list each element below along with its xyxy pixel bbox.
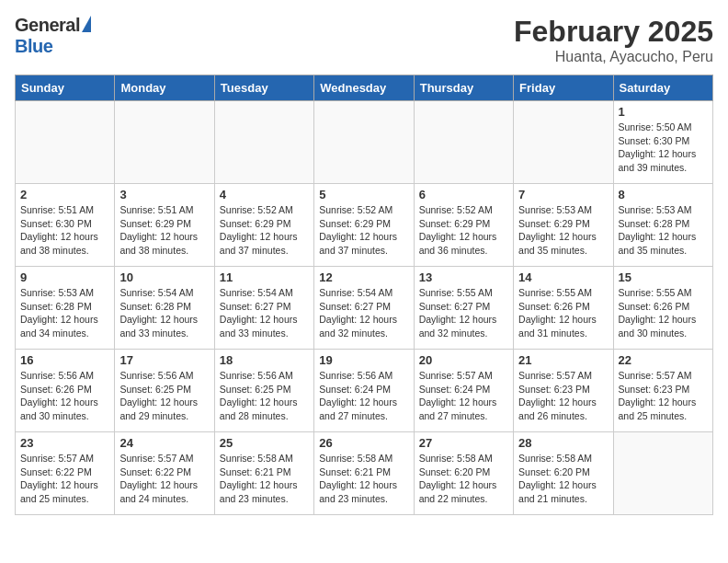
cell-text: Sunrise: 5:55 AM Sunset: 6:26 PM Dayligh… (518, 286, 608, 340)
day-number: 10 (119, 270, 209, 284)
cell-text: Sunrise: 5:54 AM Sunset: 6:27 PM Dayligh… (319, 286, 408, 340)
cell-text: Sunrise: 5:57 AM Sunset: 6:22 PM Dayligh… (119, 452, 209, 506)
cal-cell-1-1 (16, 101, 115, 184)
day-number: 6 (419, 188, 508, 201)
cell-text: Sunrise: 5:52 AM Sunset: 6:29 PM Dayligh… (220, 203, 309, 258)
day-number: 19 (319, 353, 408, 367)
day-number: 18 (220, 353, 309, 367)
cell-text: Sunrise: 5:51 AM Sunset: 6:29 PM Dayligh… (119, 203, 209, 258)
cal-cell-2-2: 3Sunrise: 5:51 AM Sunset: 6:29 PM Daylig… (115, 184, 214, 267)
day-number: 15 (619, 270, 708, 284)
cal-cell-2-1: 2Sunrise: 5:51 AM Sunset: 6:30 PM Daylig… (16, 184, 115, 267)
header: General Blue February 2025 Huanta, Ayacu… (15, 15, 713, 65)
cal-cell-3-1: 9Sunrise: 5:53 AM Sunset: 6:28 PM Daylig… (16, 267, 115, 350)
cell-text: Sunrise: 5:52 AM Sunset: 6:29 PM Dayligh… (319, 203, 408, 258)
cal-cell-2-5: 6Sunrise: 5:52 AM Sunset: 6:29 PM Daylig… (414, 184, 513, 267)
cell-text: Sunrise: 5:55 AM Sunset: 6:26 PM Dayligh… (619, 286, 708, 340)
cell-text: Sunrise: 5:56 AM Sunset: 6:25 PM Dayligh… (119, 369, 209, 423)
day-number: 4 (220, 188, 309, 201)
calendar-body: 1Sunrise: 5:50 AM Sunset: 6:30 PM Daylig… (16, 101, 713, 515)
day-number: 1 (619, 105, 708, 119)
cal-cell-1-4 (314, 101, 414, 184)
cell-text: Sunrise: 5:56 AM Sunset: 6:25 PM Dayligh… (220, 369, 309, 423)
cal-cell-1-5 (414, 101, 513, 184)
cal-cell-3-2: 10Sunrise: 5:54 AM Sunset: 6:28 PM Dayli… (115, 267, 214, 350)
day-number: 7 (518, 188, 608, 201)
cal-cell-1-3 (214, 101, 313, 184)
cell-text: Sunrise: 5:57 AM Sunset: 6:23 PM Dayligh… (518, 369, 608, 423)
day-header-monday: Monday (115, 75, 214, 101)
cal-cell-5-6: 28Sunrise: 5:58 AM Sunset: 6:20 PM Dayli… (514, 432, 613, 515)
week-row-5: 23Sunrise: 5:57 AM Sunset: 6:22 PM Dayli… (16, 432, 713, 515)
day-header-saturday: Saturday (613, 75, 712, 101)
day-number: 16 (20, 353, 109, 367)
cell-text: Sunrise: 5:58 AM Sunset: 6:21 PM Dayligh… (220, 452, 309, 506)
day-number: 8 (619, 188, 708, 201)
week-row-2: 2Sunrise: 5:51 AM Sunset: 6:30 PM Daylig… (16, 184, 713, 267)
logo: General Blue (15, 15, 91, 57)
cal-cell-2-3: 4Sunrise: 5:52 AM Sunset: 6:29 PM Daylig… (214, 184, 313, 267)
cal-cell-3-4: 12Sunrise: 5:54 AM Sunset: 6:27 PM Dayli… (314, 267, 414, 350)
cell-text: Sunrise: 5:56 AM Sunset: 6:26 PM Dayligh… (20, 369, 109, 423)
logo-general: General (15, 15, 80, 36)
day-number: 2 (20, 188, 109, 201)
cal-cell-3-7: 15Sunrise: 5:55 AM Sunset: 6:26 PM Dayli… (613, 267, 712, 350)
day-number: 12 (319, 270, 408, 284)
day-header-friday: Friday (514, 75, 613, 101)
cal-cell-1-7: 1Sunrise: 5:50 AM Sunset: 6:30 PM Daylig… (613, 101, 712, 184)
cal-cell-2-7: 8Sunrise: 5:53 AM Sunset: 6:28 PM Daylig… (613, 184, 712, 267)
cell-text: Sunrise: 5:52 AM Sunset: 6:29 PM Dayligh… (419, 203, 508, 258)
day-number: 17 (119, 353, 209, 367)
day-number: 3 (119, 188, 209, 201)
day-header-sunday: Sunday (16, 75, 115, 101)
cal-cell-4-2: 17Sunrise: 5:56 AM Sunset: 6:25 PM Dayli… (115, 350, 214, 432)
week-row-4: 16Sunrise: 5:56 AM Sunset: 6:26 PM Dayli… (16, 350, 713, 432)
cell-text: Sunrise: 5:53 AM Sunset: 6:28 PM Dayligh… (20, 286, 109, 340)
month-title: February 2025 (514, 15, 713, 49)
day-number: 21 (518, 353, 608, 367)
cell-text: Sunrise: 5:58 AM Sunset: 6:20 PM Dayligh… (419, 452, 508, 506)
cell-text: Sunrise: 5:58 AM Sunset: 6:21 PM Dayligh… (319, 452, 408, 506)
cell-text: Sunrise: 5:54 AM Sunset: 6:27 PM Dayligh… (220, 286, 309, 340)
cal-cell-5-5: 27Sunrise: 5:58 AM Sunset: 6:20 PM Dayli… (414, 432, 513, 515)
cal-cell-2-6: 7Sunrise: 5:53 AM Sunset: 6:29 PM Daylig… (514, 184, 613, 267)
day-header-wednesday: Wednesday (314, 75, 414, 101)
calendar-table: SundayMondayTuesdayWednesdayThursdayFrid… (15, 75, 713, 515)
cal-cell-4-4: 19Sunrise: 5:56 AM Sunset: 6:24 PM Dayli… (314, 350, 414, 432)
cal-cell-5-4: 26Sunrise: 5:58 AM Sunset: 6:21 PM Dayli… (314, 432, 414, 515)
day-number: 23 (20, 436, 109, 450)
location-title: Huanta, Ayacucho, Peru (514, 49, 713, 65)
cal-cell-1-2 (115, 101, 214, 184)
cal-cell-5-3: 25Sunrise: 5:58 AM Sunset: 6:21 PM Dayli… (214, 432, 313, 515)
day-number: 22 (619, 353, 708, 367)
day-number: 13 (419, 270, 508, 284)
cell-text: Sunrise: 5:51 AM Sunset: 6:30 PM Dayligh… (20, 203, 109, 258)
logo-icon (82, 16, 91, 32)
cal-cell-1-6 (514, 101, 613, 184)
cal-cell-5-1: 23Sunrise: 5:57 AM Sunset: 6:22 PM Dayli… (16, 432, 115, 515)
cal-cell-5-2: 24Sunrise: 5:57 AM Sunset: 6:22 PM Dayli… (115, 432, 214, 515)
cell-text: Sunrise: 5:53 AM Sunset: 6:29 PM Dayligh… (518, 203, 608, 258)
day-number: 25 (220, 436, 309, 450)
days-header-row: SundayMondayTuesdayWednesdayThursdayFrid… (16, 75, 713, 101)
cal-cell-4-3: 18Sunrise: 5:56 AM Sunset: 6:25 PM Dayli… (214, 350, 313, 432)
cal-cell-4-5: 20Sunrise: 5:57 AM Sunset: 6:24 PM Dayli… (414, 350, 513, 432)
cal-cell-3-6: 14Sunrise: 5:55 AM Sunset: 6:26 PM Dayli… (514, 267, 613, 350)
cal-cell-4-7: 22Sunrise: 5:57 AM Sunset: 6:23 PM Dayli… (613, 350, 712, 432)
day-number: 11 (220, 270, 309, 284)
cal-cell-3-3: 11Sunrise: 5:54 AM Sunset: 6:27 PM Dayli… (214, 267, 313, 350)
logo-blue: Blue (15, 36, 52, 56)
cell-text: Sunrise: 5:57 AM Sunset: 6:22 PM Dayligh… (20, 452, 109, 506)
cell-text: Sunrise: 5:57 AM Sunset: 6:23 PM Dayligh… (619, 369, 708, 423)
day-number: 24 (119, 436, 209, 450)
cell-text: Sunrise: 5:57 AM Sunset: 6:24 PM Dayligh… (419, 369, 508, 423)
day-number: 20 (419, 353, 508, 367)
title-area: February 2025 Huanta, Ayacucho, Peru (514, 15, 713, 65)
week-row-3: 9Sunrise: 5:53 AM Sunset: 6:28 PM Daylig… (16, 267, 713, 350)
cell-text: Sunrise: 5:54 AM Sunset: 6:28 PM Dayligh… (119, 286, 209, 340)
day-number: 9 (20, 270, 109, 284)
cell-text: Sunrise: 5:56 AM Sunset: 6:24 PM Dayligh… (319, 369, 408, 423)
cal-cell-3-5: 13Sunrise: 5:55 AM Sunset: 6:27 PM Dayli… (414, 267, 513, 350)
cal-cell-4-1: 16Sunrise: 5:56 AM Sunset: 6:26 PM Dayli… (16, 350, 115, 432)
cal-cell-5-7 (613, 432, 712, 515)
